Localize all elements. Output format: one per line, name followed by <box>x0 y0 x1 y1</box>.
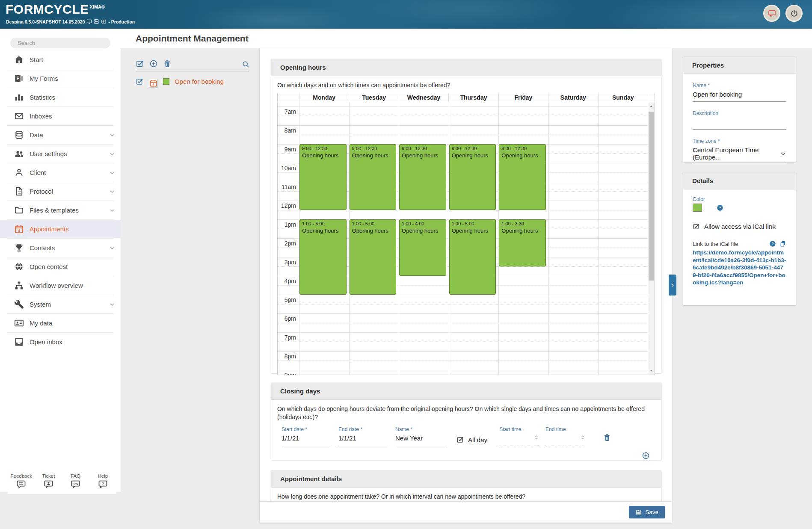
sidebar-item-contests[interactable]: Contests <box>0 239 121 257</box>
calendar-event[interactable]: 9:00 - 12:30Opening hours <box>499 144 546 210</box>
hour-line <box>278 106 648 107</box>
start-time-input[interactable] <box>499 434 539 445</box>
footer-ticket-button[interactable]: Ticket <box>35 469 62 494</box>
checkbox-checked-icon <box>693 223 700 230</box>
event-label: Opening hours <box>352 227 394 234</box>
color-swatch[interactable] <box>693 204 702 212</box>
closing-days-question: On which days do opening hours deviate f… <box>277 405 654 421</box>
sidebar-item-appointments[interactable]: 4Appointments <box>0 220 121 238</box>
bubble-lines-icon <box>16 479 26 489</box>
scroll-down-button[interactable]: ▼ <box>648 368 654 374</box>
calendar-body[interactable]: 7am8am9am10am11am12pm1pm2pm3pm4pm5pm6pm7… <box>278 102 655 375</box>
appointment-list-item[interactable]: 4 Open for booking <box>136 75 224 88</box>
sidebar-item-open-inbox[interactable]: Open inbox <box>0 333 121 351</box>
start-date-field[interactable]: Start date * 1/1/21 <box>282 426 332 445</box>
all-day-checkbox[interactable]: All day <box>456 436 487 443</box>
sidebar-item-files-templates[interactable]: Files & templates <box>0 201 121 219</box>
save-floppy-icon <box>635 509 642 515</box>
end-date-input[interactable]: 1/1/21 <box>338 434 388 445</box>
sidebar-item-open-contest[interactable]: Open contest <box>0 257 121 276</box>
footer-faq-button[interactable]: FAQFAQ <box>62 469 89 494</box>
search-input[interactable] <box>17 39 78 47</box>
sidebar-item-data[interactable]: Data <box>0 126 121 144</box>
sidebar-item-statistics[interactable]: Statistics <box>0 88 121 106</box>
time-label: 7pm <box>278 334 296 341</box>
link-help-icon[interactable]: ? <box>769 240 776 247</box>
sidebar-item-system[interactable]: System <box>0 295 121 313</box>
calendar-event[interactable]: 1:00 - 3:30Opening hours <box>499 219 546 266</box>
timezone-property-field[interactable]: Time zone * Central European Time (Europ… <box>693 138 786 164</box>
spinner-icon[interactable] <box>580 434 586 444</box>
timezone-property-label: Time zone * <box>693 138 786 144</box>
sidebar-item-user-settings[interactable]: User settings <box>0 145 121 163</box>
trash-icon <box>603 433 611 442</box>
end-time-input[interactable] <box>545 434 585 445</box>
description-property-input[interactable] <box>693 118 786 130</box>
item-checkbox-icon[interactable] <box>136 77 144 86</box>
end-date-field[interactable]: End date * 1/1/21 <box>338 426 388 445</box>
delete-row-button[interactable] <box>603 433 611 442</box>
delete-list-button[interactable] <box>163 59 172 68</box>
copy-link-icon[interactable] <box>779 240 786 247</box>
start-date-input[interactable]: 1/1/21 <box>282 434 332 445</box>
calendar-event[interactable]: 9:00 - 12:30Opening hours <box>350 144 397 210</box>
start-time-field[interactable]: Start time <box>499 426 539 445</box>
sidebar-item-protocol[interactable]: Protocol <box>0 182 121 201</box>
bubble-question-icon: ? <box>98 479 108 489</box>
cards-scroll-area[interactable]: Opening hours On which days and on which… <box>260 48 672 502</box>
event-time: 9:00 - 12:30 <box>402 145 444 152</box>
sidebar-search[interactable] <box>10 38 110 48</box>
calendar-event[interactable]: 1:00 - 5:00Opening hours <box>449 219 496 295</box>
description-property-field[interactable]: Description <box>693 110 786 130</box>
add-appointment-list-button[interactable] <box>149 59 158 68</box>
sidebar-item-client[interactable]: Client <box>0 163 121 182</box>
scroll-up-button[interactable]: ▲ <box>648 103 654 109</box>
calendar-event[interactable]: 1:00 - 5:00Opening hours <box>350 219 397 295</box>
checkbox-check-icon <box>136 59 144 68</box>
calendar-scrollbar[interactable]: ▲▼ <box>648 102 655 375</box>
event-time: 9:00 - 12:30 <box>501 145 543 152</box>
wrench-icon <box>14 299 24 309</box>
sidebar-item-label: Files & templates <box>30 207 79 214</box>
version-line: Despina 6.5.0-SNAPSHOT 14.05.2020 - Prod… <box>6 19 135 24</box>
name-field[interactable]: Name * New Year <box>395 426 445 445</box>
scroll-thumb[interactable] <box>649 112 654 281</box>
logout-button[interactable] <box>785 5 803 22</box>
sidebar-item-my-data[interactable]: My data <box>0 314 121 332</box>
calendar-event[interactable]: 1:00 - 5:00Opening hours <box>299 219 347 295</box>
idcard-icon <box>14 318 24 328</box>
expand-panel-tab[interactable] <box>669 275 676 296</box>
list-search-button[interactable] <box>242 60 250 68</box>
sidebar-item-inboxes[interactable]: Inboxes <box>0 107 121 125</box>
sidebar-item-start[interactable]: Start <box>0 50 121 69</box>
calendar-event[interactable]: 9:00 - 12:30Opening hours <box>399 144 446 210</box>
name-property-field[interactable]: Name * Open for booking <box>693 83 786 102</box>
day-header-friday: Friday <box>498 93 548 102</box>
spinner-icon[interactable] <box>533 434 539 444</box>
save-button[interactable]: Save <box>629 506 665 518</box>
feedback-chat-button[interactable] <box>763 5 780 22</box>
name-property-input[interactable]: Open for booking <box>693 90 786 102</box>
end-time-field[interactable]: End time <box>545 426 585 445</box>
calendar-event[interactable]: 1:00 - 4:00Opening hours <box>399 219 446 276</box>
time-label: 2pm <box>278 240 296 247</box>
footer-help-button[interactable]: Help? <box>89 469 117 494</box>
forms-icon: F <box>14 74 24 83</box>
half-hour-line <box>278 135 648 135</box>
calendar-event[interactable]: 9:00 - 12:30Opening hours <box>449 144 496 210</box>
timezone-select[interactable]: Central European Time (Europe... <box>693 145 786 164</box>
event-label: Opening hours <box>302 152 344 159</box>
time-label: 9am <box>278 146 296 153</box>
add-closing-day-button[interactable] <box>642 452 650 460</box>
ical-access-checkbox[interactable]: Allow access via iCal link <box>693 223 786 230</box>
calendar-event[interactable]: 9:00 - 12:30Opening hours <box>299 144 347 210</box>
footer-feedback-button[interactable]: Feedback <box>8 469 35 494</box>
inbox-icon <box>14 111 24 121</box>
name-input[interactable]: New Year <box>395 434 445 445</box>
ical-link[interactable]: https://demo.formcycle/appointment/ical/… <box>693 249 786 287</box>
color-help-icon[interactable]: ? <box>717 204 723 211</box>
sidebar-item-workflow-overview[interactable]: Workflow overview <box>0 276 121 295</box>
sidebar-item-my-forms[interactable]: FMy Forms <box>0 69 121 88</box>
select-all-button[interactable] <box>136 59 144 68</box>
sidebar-item-label: System <box>30 301 51 308</box>
